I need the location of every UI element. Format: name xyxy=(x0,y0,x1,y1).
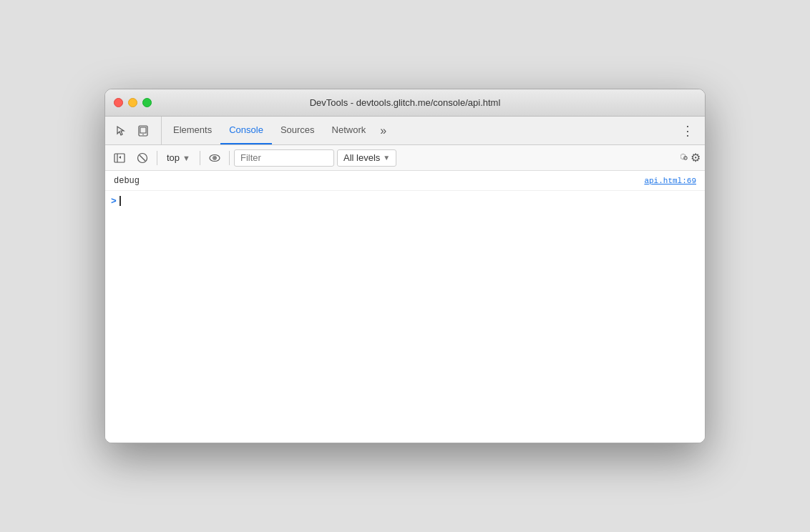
minimize-button[interactable] xyxy=(128,98,137,107)
traffic-lights xyxy=(114,98,152,107)
device-toolbar-button[interactable] xyxy=(134,122,152,140)
devtools-window: DevTools - devtools.glitch.me/console/ap… xyxy=(104,89,706,443)
settings-button[interactable]: ⚙ xyxy=(680,148,701,168)
svg-point-2 xyxy=(142,134,144,135)
console-log-entry: debug api.html:69 xyxy=(105,171,705,191)
toolbar-divider-2 xyxy=(200,151,200,165)
console-input-row: > xyxy=(105,191,705,211)
sidebar-toggle-button[interactable] xyxy=(109,148,130,168)
cursor-icon xyxy=(114,125,126,137)
live-expressions-button[interactable] xyxy=(205,148,225,168)
clear-icon xyxy=(137,152,148,164)
devtools-menu-button[interactable]: ⋮ xyxy=(677,117,699,144)
more-tabs-button[interactable]: » xyxy=(374,117,392,144)
svg-rect-3 xyxy=(114,154,125,162)
svg-point-10 xyxy=(214,157,215,159)
titlebar: DevTools - devtools.glitch.me/console/ap… xyxy=(105,89,705,117)
svg-rect-1 xyxy=(140,127,146,133)
console-prompt: > xyxy=(111,196,117,207)
inspect-element-button[interactable] xyxy=(111,122,130,140)
devtools-body: Elements Console Sources Network » ⋮ xyxy=(105,117,705,443)
tab-sources[interactable]: Sources xyxy=(272,117,323,144)
console-output: debug api.html:69 > xyxy=(105,171,705,443)
close-button[interactable] xyxy=(114,98,123,107)
log-text: debug xyxy=(114,176,140,186)
tab-icons xyxy=(111,117,162,144)
tab-console[interactable]: Console xyxy=(220,117,272,144)
log-levels-button[interactable]: All levels ▼ xyxy=(337,149,396,167)
filter-input[interactable] xyxy=(234,149,334,167)
device-icon xyxy=(137,125,149,137)
window-title: DevTools - devtools.glitch.me/console/ap… xyxy=(310,97,501,108)
eye-icon xyxy=(209,152,220,164)
maximize-button[interactable] xyxy=(142,98,152,107)
svg-marker-5 xyxy=(119,156,121,159)
console-toolbar: top ▼ All levels ▼ xyxy=(105,145,705,171)
clear-console-button[interactable] xyxy=(132,148,152,168)
tab-elements[interactable]: Elements xyxy=(165,117,220,144)
context-selector[interactable]: top ▼ xyxy=(162,150,195,165)
context-dropdown-arrow: ▼ xyxy=(182,154,190,162)
svg-line-7 xyxy=(140,155,145,161)
toolbar-divider-3 xyxy=(229,151,230,165)
gear-icon xyxy=(680,152,691,164)
tabs-bar: Elements Console Sources Network » ⋮ xyxy=(105,117,705,145)
toolbar-divider xyxy=(157,151,157,165)
log-source-link[interactable]: api.html:69 xyxy=(644,177,696,185)
console-cursor xyxy=(119,196,121,206)
sidebar-icon xyxy=(114,152,125,164)
tab-network[interactable]: Network xyxy=(323,117,375,144)
